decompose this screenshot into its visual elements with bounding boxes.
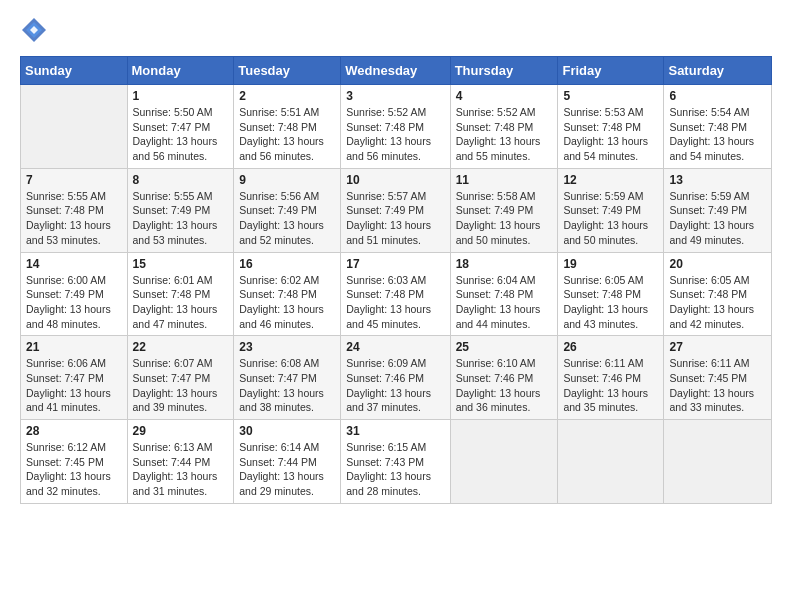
day-number: 1 [133,89,229,103]
calendar-day-cell [558,420,664,504]
calendar-day-cell: 30Sunrise: 6:14 AMSunset: 7:44 PMDayligh… [234,420,341,504]
day-number: 13 [669,173,766,187]
calendar-day-cell: 26Sunrise: 6:11 AMSunset: 7:46 PMDayligh… [558,336,664,420]
day-number: 15 [133,257,229,271]
calendar-day-cell: 24Sunrise: 6:09 AMSunset: 7:46 PMDayligh… [341,336,450,420]
calendar-day-cell: 28Sunrise: 6:12 AMSunset: 7:45 PMDayligh… [21,420,128,504]
day-detail: Sunrise: 6:10 AMSunset: 7:46 PMDaylight:… [456,356,553,415]
calendar-day-cell: 2Sunrise: 5:51 AMSunset: 7:48 PMDaylight… [234,85,341,169]
day-detail: Sunrise: 5:54 AMSunset: 7:48 PMDaylight:… [669,105,766,164]
day-number: 27 [669,340,766,354]
calendar-week-row: 21Sunrise: 6:06 AMSunset: 7:47 PMDayligh… [21,336,772,420]
day-detail: Sunrise: 6:15 AMSunset: 7:43 PMDaylight:… [346,440,444,499]
day-number: 4 [456,89,553,103]
day-number: 26 [563,340,658,354]
calendar-day-cell: 12Sunrise: 5:59 AMSunset: 7:49 PMDayligh… [558,168,664,252]
calendar-day-cell: 11Sunrise: 5:58 AMSunset: 7:49 PMDayligh… [450,168,558,252]
day-number: 3 [346,89,444,103]
calendar-table: SundayMondayTuesdayWednesdayThursdayFrid… [20,56,772,504]
calendar-day-cell: 15Sunrise: 6:01 AMSunset: 7:48 PMDayligh… [127,252,234,336]
day-number: 28 [26,424,122,438]
day-number: 10 [346,173,444,187]
logo-icon [20,16,48,44]
day-detail: Sunrise: 6:00 AMSunset: 7:49 PMDaylight:… [26,273,122,332]
weekday-header-cell: Saturday [664,57,772,85]
day-number: 24 [346,340,444,354]
weekday-header-cell: Monday [127,57,234,85]
day-detail: Sunrise: 6:12 AMSunset: 7:45 PMDaylight:… [26,440,122,499]
calendar-day-cell [450,420,558,504]
day-detail: Sunrise: 5:51 AMSunset: 7:48 PMDaylight:… [239,105,335,164]
calendar-day-cell: 19Sunrise: 6:05 AMSunset: 7:48 PMDayligh… [558,252,664,336]
calendar-day-cell: 13Sunrise: 5:59 AMSunset: 7:49 PMDayligh… [664,168,772,252]
calendar-day-cell: 6Sunrise: 5:54 AMSunset: 7:48 PMDaylight… [664,85,772,169]
calendar-day-cell: 18Sunrise: 6:04 AMSunset: 7:48 PMDayligh… [450,252,558,336]
day-number: 19 [563,257,658,271]
day-detail: Sunrise: 6:06 AMSunset: 7:47 PMDaylight:… [26,356,122,415]
calendar-day-cell: 22Sunrise: 6:07 AMSunset: 7:47 PMDayligh… [127,336,234,420]
day-number: 25 [456,340,553,354]
day-number: 23 [239,340,335,354]
calendar-day-cell: 4Sunrise: 5:52 AMSunset: 7:48 PMDaylight… [450,85,558,169]
calendar-day-cell: 29Sunrise: 6:13 AMSunset: 7:44 PMDayligh… [127,420,234,504]
calendar-day-cell: 10Sunrise: 5:57 AMSunset: 7:49 PMDayligh… [341,168,450,252]
weekday-header-cell: Friday [558,57,664,85]
day-number: 22 [133,340,229,354]
day-number: 8 [133,173,229,187]
calendar-day-cell [21,85,128,169]
calendar-week-row: 28Sunrise: 6:12 AMSunset: 7:45 PMDayligh… [21,420,772,504]
day-number: 6 [669,89,766,103]
calendar-day-cell: 20Sunrise: 6:05 AMSunset: 7:48 PMDayligh… [664,252,772,336]
day-detail: Sunrise: 6:05 AMSunset: 7:48 PMDaylight:… [563,273,658,332]
day-number: 2 [239,89,335,103]
calendar-day-cell: 21Sunrise: 6:06 AMSunset: 7:47 PMDayligh… [21,336,128,420]
day-number: 18 [456,257,553,271]
day-number: 30 [239,424,335,438]
day-detail: Sunrise: 5:56 AMSunset: 7:49 PMDaylight:… [239,189,335,248]
day-detail: Sunrise: 5:53 AMSunset: 7:48 PMDaylight:… [563,105,658,164]
calendar-day-cell [664,420,772,504]
day-detail: Sunrise: 5:59 AMSunset: 7:49 PMDaylight:… [669,189,766,248]
day-number: 7 [26,173,122,187]
weekday-header-cell: Thursday [450,57,558,85]
weekday-header-cell: Wednesday [341,57,450,85]
calendar-day-cell: 16Sunrise: 6:02 AMSunset: 7:48 PMDayligh… [234,252,341,336]
day-detail: Sunrise: 5:52 AMSunset: 7:48 PMDaylight:… [346,105,444,164]
day-detail: Sunrise: 6:02 AMSunset: 7:48 PMDaylight:… [239,273,335,332]
day-number: 20 [669,257,766,271]
weekday-header-cell: Tuesday [234,57,341,85]
day-detail: Sunrise: 5:55 AMSunset: 7:49 PMDaylight:… [133,189,229,248]
calendar-day-cell: 23Sunrise: 6:08 AMSunset: 7:47 PMDayligh… [234,336,341,420]
day-number: 16 [239,257,335,271]
day-number: 21 [26,340,122,354]
day-detail: Sunrise: 6:01 AMSunset: 7:48 PMDaylight:… [133,273,229,332]
day-detail: Sunrise: 6:13 AMSunset: 7:44 PMDaylight:… [133,440,229,499]
weekday-header-row: SundayMondayTuesdayWednesdayThursdayFrid… [21,57,772,85]
day-detail: Sunrise: 5:52 AMSunset: 7:48 PMDaylight:… [456,105,553,164]
calendar-day-cell: 27Sunrise: 6:11 AMSunset: 7:45 PMDayligh… [664,336,772,420]
calendar-day-cell: 14Sunrise: 6:00 AMSunset: 7:49 PMDayligh… [21,252,128,336]
day-number: 5 [563,89,658,103]
calendar-day-cell: 25Sunrise: 6:10 AMSunset: 7:46 PMDayligh… [450,336,558,420]
day-detail: Sunrise: 6:09 AMSunset: 7:46 PMDaylight:… [346,356,444,415]
calendar-day-cell: 8Sunrise: 5:55 AMSunset: 7:49 PMDaylight… [127,168,234,252]
day-detail: Sunrise: 6:04 AMSunset: 7:48 PMDaylight:… [456,273,553,332]
day-detail: Sunrise: 6:05 AMSunset: 7:48 PMDaylight:… [669,273,766,332]
day-detail: Sunrise: 5:59 AMSunset: 7:49 PMDaylight:… [563,189,658,248]
day-number: 11 [456,173,553,187]
calendar-day-cell: 7Sunrise: 5:55 AMSunset: 7:48 PMDaylight… [21,168,128,252]
calendar-week-row: 14Sunrise: 6:00 AMSunset: 7:49 PMDayligh… [21,252,772,336]
day-detail: Sunrise: 6:07 AMSunset: 7:47 PMDaylight:… [133,356,229,415]
day-number: 12 [563,173,658,187]
day-number: 29 [133,424,229,438]
calendar-day-cell: 31Sunrise: 6:15 AMSunset: 7:43 PMDayligh… [341,420,450,504]
calendar-day-cell: 1Sunrise: 5:50 AMSunset: 7:47 PMDaylight… [127,85,234,169]
calendar-day-cell: 9Sunrise: 5:56 AMSunset: 7:49 PMDaylight… [234,168,341,252]
day-number: 14 [26,257,122,271]
day-detail: Sunrise: 6:11 AMSunset: 7:45 PMDaylight:… [669,356,766,415]
calendar-day-cell: 17Sunrise: 6:03 AMSunset: 7:48 PMDayligh… [341,252,450,336]
day-detail: Sunrise: 6:08 AMSunset: 7:47 PMDaylight:… [239,356,335,415]
day-detail: Sunrise: 6:11 AMSunset: 7:46 PMDaylight:… [563,356,658,415]
day-detail: Sunrise: 5:57 AMSunset: 7:49 PMDaylight:… [346,189,444,248]
page: SundayMondayTuesdayWednesdayThursdayFrid… [0,0,792,612]
